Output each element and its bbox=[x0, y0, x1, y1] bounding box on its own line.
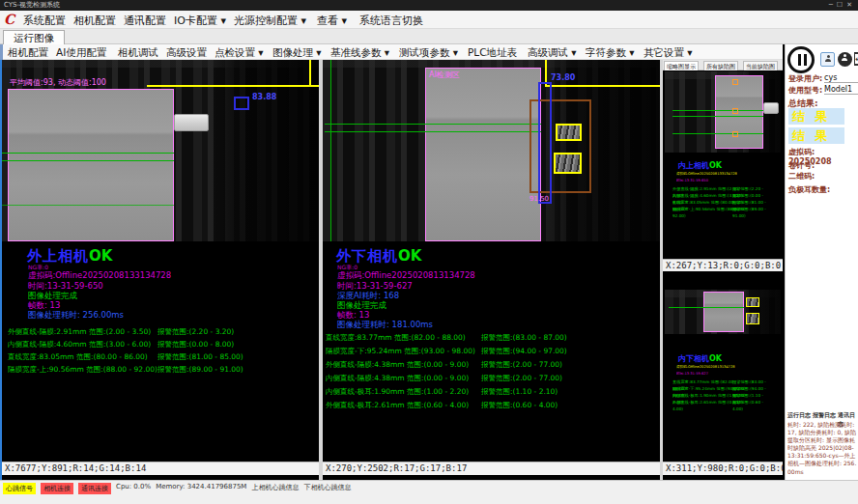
baseline-overlay bbox=[325, 124, 541, 125]
mini-bottom-camera-image[interactable] bbox=[665, 290, 781, 334]
tool-spot-check[interactable]: 点检设置 ▾ bbox=[214, 46, 264, 60]
camera-ok-status: OK bbox=[709, 354, 722, 363]
camera-connect-chip: 相机连接 bbox=[41, 483, 73, 494]
menu-comm-config[interactable]: 通讯配置 bbox=[124, 14, 166, 28]
left-pane-status-bar: X:7677;Y:891;R:14;G:14;B:14 bbox=[2, 462, 319, 475]
window-title: CYS-视觉检测系统 bbox=[4, 1, 60, 9]
measurement-main: 直线宽度:83.77mm 范围:(82.00 - 88.00) bbox=[326, 333, 466, 343]
baseline-overlay bbox=[672, 133, 763, 134]
tool-test-params[interactable]: 测试项参数 ▾ bbox=[399, 46, 458, 60]
left-camera-image[interactable]: 平均阈值:93, 动态阈值:100 83.88 bbox=[2, 60, 319, 241]
tool-camera-config[interactable]: 相机配置 bbox=[8, 46, 48, 60]
tab-thumbnail-view[interactable]: 缩略图显示 bbox=[664, 61, 699, 70]
mini-measurement: 报警范围:(89.00 - 91.00) bbox=[732, 207, 767, 217]
film-region-overlay bbox=[715, 75, 763, 149]
window-controls: ─☐✕ bbox=[829, 0, 856, 11]
camera-name: 外上相机 bbox=[27, 247, 89, 265]
measurement-main: 直线宽度:83.05mm 范围:(80.00 - 86.00) bbox=[8, 352, 148, 362]
bottom-measure-label: 91.50 bbox=[529, 195, 549, 203]
roll-needle-label: 卷针号: bbox=[788, 160, 815, 171]
qr-code-label: 二维码: bbox=[788, 171, 815, 182]
thumbnail-column: 缩略图显示 所有缺陷图 当前缺陷图 内上相机OK 虚拟码:Offline2025… bbox=[663, 60, 783, 480]
thumbnail-tabs: 缩略图显示 所有缺陷图 当前缺陷图 bbox=[663, 60, 783, 70]
camera-ok-status: OK bbox=[89, 247, 112, 265]
mini-bottom-status-bar: X:311;Y:980;R:0;G:0;B:0 bbox=[663, 462, 783, 475]
tool-image-process[interactable]: 图像处理 ▾ bbox=[272, 46, 322, 60]
threshold-overlay-label: 平均阈值:93, 动态阈值:100 bbox=[10, 77, 106, 88]
measurement-main: 隔膜宽度-上:90.56mm 范围:(88.00 - 92.00) bbox=[8, 365, 157, 375]
defect-marker bbox=[732, 108, 738, 114]
menu-light-config[interactable]: 光源控制配置 ▾ bbox=[234, 14, 306, 28]
yellow-guide-line bbox=[545, 85, 660, 87]
tool-ai-config[interactable]: AI使用配置 bbox=[56, 46, 106, 60]
mini-time-line: 时间:13-31-59-650 bbox=[676, 178, 708, 182]
tool-char-params[interactable]: 字符参数 ▾ bbox=[586, 46, 635, 60]
tab-strip: 运行图像 bbox=[0, 29, 858, 44]
negative-tab-count-label: 负极耳数量: bbox=[788, 184, 830, 195]
log-tab-run[interactable]: 运行日志 bbox=[787, 411, 811, 420]
baseline-overlay bbox=[325, 131, 541, 132]
tab-detect-box bbox=[746, 313, 759, 324]
log-tab-alarm[interactable]: 报警日志 bbox=[813, 411, 836, 420]
tab-connector-object bbox=[763, 102, 779, 114]
menu-camera-config[interactable]: 相机配置 bbox=[73, 14, 116, 28]
tool-camera-debug[interactable]: 相机调试 bbox=[118, 46, 158, 60]
baseline-overlay bbox=[2, 160, 174, 161]
tab-all-defects[interactable]: 所有缺陷图 bbox=[703, 61, 738, 70]
pause-button[interactable] bbox=[787, 46, 815, 73]
log-text-area[interactable]: 耗时: 222, 缺陷检测耗时: 17, 缺陷分类耗时: 0, 缺陷提取分区耗时… bbox=[787, 421, 857, 479]
toolbar-accent-mark bbox=[0, 44, 3, 60]
measurement-alarm: 报警范围:(0.60 - 4.00) bbox=[481, 401, 558, 410]
mini-camera-title: 内下相机OK bbox=[678, 353, 722, 364]
login-user-field[interactable]: cys bbox=[824, 73, 858, 83]
measurement-main: 外侧直线-隔膜:4.38mm 范围:(0.00 - 9.00) bbox=[326, 360, 469, 370]
memory-usage: Memory: 3424.41796875M bbox=[156, 483, 246, 490]
film-region-overlay bbox=[8, 89, 174, 241]
yellow-guide-line bbox=[147, 85, 319, 87]
baseline-overlay bbox=[2, 153, 174, 154]
measurement-main: 内侧直线-隔膜:4.60mm 范围:(3.00 - 6.00) bbox=[8, 340, 151, 350]
mid-camera-pane: AI检测区 73.80 91.50 外下相机OK NG率:0 虚拟码:Offli… bbox=[323, 60, 660, 480]
menu-language-switch[interactable]: 系统语言切换 bbox=[359, 14, 423, 28]
tool-advanced-debug[interactable]: 高级调试 ▾ bbox=[528, 46, 577, 60]
right-info-panel: ← 登录用户: cys 使用型号: Model1 总结果: 结 果 结 果 虚拟… bbox=[785, 44, 858, 480]
tool-advanced-setting[interactable]: 高级设置 bbox=[166, 46, 207, 60]
menu-system-config[interactable]: 系统配置 bbox=[23, 14, 66, 28]
film-region-overlay bbox=[425, 68, 541, 241]
left-camera-pane: 平均阈值:93, 动态阈值:100 83.88 外上相机OK NG率:0 虚拟码… bbox=[2, 60, 319, 480]
baseline-overlay bbox=[330, 60, 331, 241]
result-box-2: 结 果 bbox=[788, 127, 844, 144]
close-button[interactable]: ✕ bbox=[846, 1, 856, 9]
model-field[interactable]: Model1 bbox=[824, 85, 858, 95]
minimize-button[interactable]: ─ bbox=[829, 1, 837, 9]
ai-region-label: AI检测区 bbox=[429, 70, 460, 80]
app-logo-icon: C bbox=[4, 12, 14, 27]
user-login-button[interactable] bbox=[820, 52, 835, 67]
tab-run-image[interactable]: 运行图像 bbox=[3, 30, 65, 44]
measurement-alarm: 报警范围:(81.00 - 85.00) bbox=[157, 352, 243, 362]
logout-button[interactable]: ← bbox=[854, 52, 858, 66]
tool-baseline-params[interactable]: 基准线参数 ▾ bbox=[330, 46, 389, 60]
maximize-button[interactable]: ☐ bbox=[837, 1, 846, 9]
menu-view[interactable]: 查看 ▾ bbox=[317, 14, 347, 28]
mini-measurement: 报警范围:(0.60 - 4.00) bbox=[732, 400, 767, 410]
admin-user-button[interactable] bbox=[838, 52, 852, 67]
width-marker-box bbox=[234, 97, 249, 110]
mini-code-line: 虚拟码:Offline20250208133134728 bbox=[676, 171, 737, 176]
camera-name: 内上相机 bbox=[678, 161, 709, 170]
baseline-overlay bbox=[669, 307, 744, 308]
mid-camera-image[interactable]: AI检测区 73.80 91.50 bbox=[323, 60, 660, 241]
menu-io-config[interactable]: IO卡配置 ▾ bbox=[174, 14, 226, 28]
tool-other-settings[interactable]: 其它设置 ▾ bbox=[644, 46, 693, 60]
mini-top-camera-image[interactable] bbox=[665, 71, 781, 153]
tab-connector-object bbox=[174, 114, 209, 131]
width-measure-label: 73.80 bbox=[551, 73, 575, 82]
measurement-main: 外侧直线-极耳:2.61mm 范围:(0.60 - 4.00) bbox=[326, 401, 469, 410]
cpu-usage: Cpu: 0.0% bbox=[116, 483, 151, 490]
camera-name: 内下相机 bbox=[678, 354, 709, 363]
login-user-label: 登录用户: bbox=[788, 73, 822, 84]
result-box-1: 结 果 bbox=[788, 108, 844, 125]
tool-plc-address[interactable]: PLC地址表 bbox=[468, 46, 517, 60]
baseline-overlay bbox=[672, 110, 763, 111]
tab-current-defect[interactable]: 当前缺陷图 bbox=[743, 61, 778, 70]
